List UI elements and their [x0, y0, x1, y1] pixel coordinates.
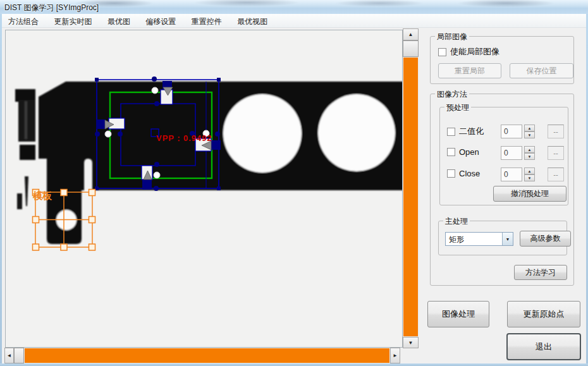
menu-best-view[interactable]: 最优视图 — [231, 14, 274, 29]
binarize-value-input[interactable]: 0 — [501, 125, 522, 138]
close-checkbox[interactable]: Close — [447, 169, 480, 178]
app-window: DIST 图像学习 [SYImgProc] 方法组合 更新实时图 最优图 偏移设… — [0, 0, 588, 366]
reset-local-label: 重置局部 — [455, 66, 485, 76]
shape-select-value: 矩形 — [449, 235, 464, 245]
preprocess-group: 预处理 二值化 0 ▲ ▼ -- Open 0 ▲ ▼ -- — [439, 107, 568, 205]
title-bar[interactable]: DIST 图像学习 [SYImgProc] — [0, 0, 588, 14]
window-border-bottom — [0, 363, 588, 366]
exit-button[interactable]: 退出 — [506, 333, 581, 360]
menu-best-image[interactable]: 最优图 — [101, 14, 137, 29]
spin-down-icon[interactable]: ▼ — [524, 174, 535, 181]
vertical-scrollbar[interactable]: ▲ ▼ — [403, 28, 419, 348]
vertical-scroll-track[interactable] — [403, 57, 419, 337]
menu-bar: 方法组合 更新实时图 最优图 偏移设置 重置控件 最优视图 — [2, 14, 586, 28]
vertical-scroll-thumb[interactable] — [403, 40, 419, 57]
enable-local-image-checkbox[interactable]: 使能局部图像 — [438, 46, 499, 58]
preprocess-group-title: 预处理 — [444, 102, 471, 113]
vpp-score-label: VPP：0.9492 — [156, 133, 212, 144]
template-label: 模板 — [33, 190, 52, 202]
menu-update-live[interactable]: 更新实时图 — [47, 14, 98, 29]
checkbox-icon[interactable] — [447, 169, 455, 178]
exit-label: 退出 — [536, 341, 552, 353]
image-method-group-title: 图像方法 — [435, 89, 469, 100]
checkbox-icon[interactable] — [438, 48, 446, 56]
enable-local-image-label: 使能局部图像 — [450, 46, 499, 58]
open-checkbox[interactable]: Open — [447, 147, 479, 157]
spin-up-icon[interactable]: ▲ — [524, 125, 535, 131]
image-process-label: 图像处理 — [442, 308, 475, 320]
menu-reset-controls[interactable]: 重置控件 — [185, 14, 228, 29]
update-origin-button[interactable]: 更新原始点 — [507, 301, 580, 327]
spin-up-icon[interactable]: ▲ — [524, 168, 535, 174]
horizontal-scroll-thumb[interactable] — [14, 348, 24, 363]
close-label: Close — [459, 169, 480, 178]
combo-arrow-icon[interactable]: ▼ — [502, 233, 513, 245]
image-method-group: 图像方法 预处理 二值化 0 ▲ ▼ -- Open 0 ▲ ▼ — [430, 94, 574, 286]
scroll-left-button[interactable]: ◄ — [4, 348, 14, 363]
local-image-group-title: 局部图像 — [435, 32, 469, 42]
window-border-left — [0, 14, 2, 366]
menu-offset-settings[interactable]: 偏移设置 — [139, 14, 182, 29]
main-process-group: 主处理 矩形 ▼ 高级参数 — [438, 221, 567, 255]
save-position-button[interactable]: 保存位置 — [510, 63, 573, 78]
scroll-up-icon: ▲ — [408, 32, 413, 37]
binarize-checkbox[interactable]: 二值化 — [447, 126, 484, 137]
close-flag: -- — [548, 168, 564, 181]
open-spinner[interactable]: ▲ ▼ — [524, 146, 535, 160]
checkbox-icon[interactable] — [447, 128, 455, 136]
open-value-input[interactable]: 0 — [501, 146, 522, 160]
scroll-down-icon: ▼ — [408, 340, 413, 346]
window-title: DIST 图像学习 [SYImgProc] — [4, 3, 99, 13]
scroll-up-button[interactable]: ▲ — [403, 28, 419, 40]
binarize-spinner[interactable]: ▲ ▼ — [524, 125, 535, 138]
spin-down-icon[interactable]: ▼ — [524, 153, 535, 160]
main-process-group-title: 主处理 — [443, 216, 470, 227]
shape-select[interactable]: 矩形 ▼ — [445, 232, 513, 246]
horizontal-scrollbar[interactable]: ◄ ► — [4, 348, 400, 363]
close-spinner[interactable]: ▲ ▼ — [524, 168, 535, 181]
open-label: Open — [459, 147, 479, 157]
checkbox-icon[interactable] — [447, 148, 455, 156]
close-value-input[interactable]: 0 — [501, 168, 522, 181]
advanced-params-label: 高级参数 — [530, 233, 561, 244]
method-learn-button[interactable]: 方法学习 — [514, 265, 567, 280]
save-position-label: 保存位置 — [527, 66, 557, 76]
scroll-down-button[interactable]: ▼ — [403, 337, 419, 348]
update-origin-label: 更新原始点 — [524, 308, 565, 320]
image-process-button[interactable]: 图像处理 — [427, 301, 489, 327]
horizontal-scroll-track[interactable] — [24, 348, 390, 363]
undo-preprocess-button[interactable]: 撤消预处理 — [493, 186, 567, 202]
scroll-left-icon: ◄ — [7, 353, 12, 358]
image-viewport[interactable]: VPP：0.9492 模板 — [5, 30, 403, 348]
spin-down-icon[interactable]: ▼ — [524, 131, 535, 138]
binarize-label: 二值化 — [459, 126, 484, 137]
menu-method-combo[interactable]: 方法组合 — [2, 14, 45, 29]
method-learn-label: 方法学习 — [525, 267, 556, 278]
local-image-group: 局部图像 使能局部图像 重置局部 保存位置 — [430, 36, 574, 84]
camera-image — [6, 30, 403, 348]
open-flag: -- — [548, 146, 564, 160]
undo-preprocess-label: 撤消预处理 — [511, 188, 549, 199]
scroll-right-button[interactable]: ► — [390, 348, 400, 363]
spin-up-icon[interactable]: ▲ — [524, 146, 535, 153]
binarize-flag: -- — [548, 125, 564, 138]
reset-local-button[interactable]: 重置局部 — [438, 63, 501, 78]
advanced-params-button[interactable]: 高级参数 — [520, 231, 571, 247]
scroll-right-icon: ► — [393, 353, 398, 358]
